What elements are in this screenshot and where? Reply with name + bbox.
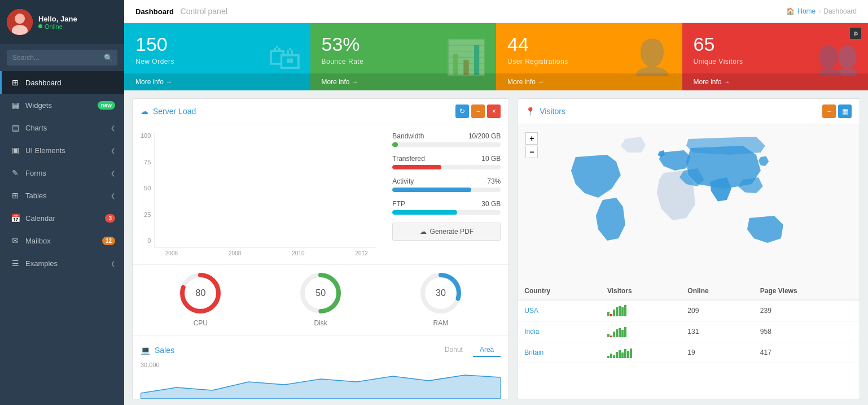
sidebar-item-label: Mailbox	[25, 237, 51, 245]
minimize-button[interactable]: −	[471, 104, 485, 118]
sidebar-item-dashboard[interactable]: ⊞ Dashboard	[0, 71, 124, 94]
sidebar-item-forms[interactable]: ✎ Forms ❮	[0, 162, 124, 184]
ftp-value: 30 GB	[481, 200, 501, 208]
cloud-icon: ☁	[141, 107, 148, 116]
examples-icon: ☰	[11, 259, 20, 268]
pdf-icon: ☁	[420, 228, 427, 236]
usa-pageviews: 239	[753, 300, 860, 321]
svg-point-3	[15, 14, 25, 24]
sidebar-item-widgets[interactable]: ▦ Widgets new	[0, 94, 124, 116]
search-input[interactable]	[7, 50, 117, 66]
sidebar-item-calendar[interactable]: 📅 Calendar 3	[0, 207, 124, 229]
sidebar-item-label: Forms	[25, 169, 46, 177]
server-load-body: 100 75 50 25 0	[133, 124, 508, 264]
visitors-panel: 📍 Visitors − ▦ + −	[517, 98, 860, 399]
bounce-icon: 📊	[445, 37, 487, 77]
disk-donut-wrapper: 50	[298, 271, 343, 316]
sidebar-item-mailbox[interactable]: ✉ Mailbox 12	[0, 229, 124, 252]
country-usa[interactable]: USA	[518, 300, 600, 321]
page-title: Dashboard Control panel	[135, 7, 227, 16]
ftp-label: FTP	[392, 200, 405, 208]
forms-icon: ✎	[11, 168, 20, 177]
visitors-minimize-button[interactable]: −	[822, 104, 836, 118]
cpu-label: CPU	[194, 319, 208, 327]
sidebar-item-label: Charts	[25, 124, 47, 132]
map-zoom-in-button[interactable]: +	[525, 132, 538, 145]
server-load-header: ☁ Server Load ↻ − ×	[133, 99, 508, 124]
close-button[interactable]: ×	[487, 104, 501, 118]
generate-pdf-button[interactable]: ☁ Generate PDF	[392, 223, 501, 241]
avatar	[7, 9, 33, 35]
tab-area[interactable]: Area	[473, 343, 501, 357]
table-row: Britain	[518, 342, 860, 363]
disk-donut: 50 Disk	[298, 271, 343, 327]
bar-chart-area: 2006 2008 2010 2012	[154, 132, 376, 256]
map-controls: + −	[525, 132, 538, 158]
stat-card-visitors[interactable]: 65 Unique Visitors 👥 More info → ⚙	[682, 23, 869, 90]
country-india[interactable]: India	[518, 321, 600, 342]
bar-chart: 100 75 50 25 0	[141, 132, 376, 256]
content-row: ☁ Server Load ↻ − × 100 75 50	[124, 90, 868, 405]
sales-chart	[141, 371, 501, 399]
bandwidth-stat: Bandwidth 10/200 GB	[392, 132, 501, 147]
sidebar-item-tables[interactable]: ⊞ Tables ❮	[0, 184, 124, 207]
sidebar-item-examples[interactable]: ☰ Examples ❮	[0, 252, 124, 275]
stat-card-bounce[interactable]: 53% Bounce Rate 📊 More info →	[310, 23, 497, 90]
transfered-fill	[392, 165, 441, 169]
donut-row: 80 CPU 50 Disk	[133, 264, 508, 335]
ui-elements-arrow: ❮	[111, 147, 115, 154]
sidebar: Hello, Jane Online 🔍 ⊞ Dashboard ▦ Widge…	[0, 0, 124, 405]
bars-container	[154, 132, 376, 248]
world-map-container: + −	[518, 124, 860, 282]
server-load-panel: ☁ Server Load ↻ − × 100 75 50	[132, 98, 509, 399]
server-load-title: ☁ Server Load	[141, 107, 196, 116]
widgets-badge: new	[98, 101, 115, 110]
charts-icon: ▤	[11, 123, 20, 132]
main-content: Dashboard Control panel 🏠 Home › Dashboa…	[124, 0, 868, 405]
bandwidth-label: Bandwidth	[392, 132, 424, 140]
visitors-calendar-button[interactable]: ▦	[838, 104, 852, 118]
sales-section: 💻 Sales Donut Area 30,000	[133, 335, 508, 399]
sidebar-nav: ⊞ Dashboard ▦ Widgets new ▤ Charts ❮ ▣ U…	[0, 71, 124, 275]
tables-icon: ⊞	[11, 191, 20, 200]
visitors-header: 📍 Visitors − ▦	[518, 99, 860, 124]
sidebar-item-label: Calendar	[25, 214, 55, 223]
settings-icon[interactable]: ⚙	[850, 28, 861, 39]
status-dot	[38, 24, 42, 28]
stat-card-registrations[interactable]: 44 User Registrations 👤 More info →	[496, 23, 682, 90]
britain-visitors-bars	[600, 342, 681, 363]
sidebar-item-label: Widgets	[25, 101, 52, 110]
sales-icon: 💻	[141, 346, 150, 355]
tab-donut[interactable]: Donut	[438, 343, 470, 357]
bandwidth-fill	[392, 142, 398, 147]
breadcrumb-current: Dashboard	[823, 7, 857, 15]
world-map-svg	[523, 130, 854, 265]
table-row: USA	[518, 300, 860, 321]
user-name: Hello, Jane	[38, 15, 77, 23]
breadcrumb: 🏠 Home › Dashboard	[786, 7, 857, 15]
table-row: India	[518, 321, 860, 342]
britain-online: 19	[681, 342, 753, 363]
col-online: Online	[681, 282, 753, 300]
home-icon: 🏠	[786, 7, 795, 15]
country-britain[interactable]: Britain	[518, 342, 600, 363]
reg-icon: 👤	[631, 37, 673, 77]
mailbox-badge: 12	[102, 237, 115, 245]
stat-card-orders[interactable]: 150 New Orders 🛍 More info →	[124, 23, 310, 90]
server-load-actions: ↻ − ×	[455, 104, 501, 118]
charts-arrow: ❮	[111, 125, 115, 131]
sidebar-item-charts[interactable]: ▤ Charts ❮	[0, 116, 124, 139]
forms-arrow: ❮	[111, 170, 115, 176]
examples-arrow: ❮	[111, 260, 115, 267]
sidebar-item-ui-elements[interactable]: ▣ UI Elements ❮	[0, 139, 124, 162]
britain-pageviews: 417	[753, 342, 860, 363]
tables-arrow: ❮	[111, 193, 115, 199]
breadcrumb-home[interactable]: Home	[797, 7, 816, 15]
widgets-icon: ▦	[11, 101, 20, 110]
sidebar-item-label: UI Elements	[25, 146, 65, 155]
activity-label: Activity	[392, 177, 414, 185]
dashboard-icon: ⊞	[11, 78, 20, 87]
map-zoom-out-button[interactable]: −	[525, 146, 538, 158]
user-panel: Hello, Jane Online	[0, 0, 124, 44]
refresh-button[interactable]: ↻	[455, 104, 469, 118]
